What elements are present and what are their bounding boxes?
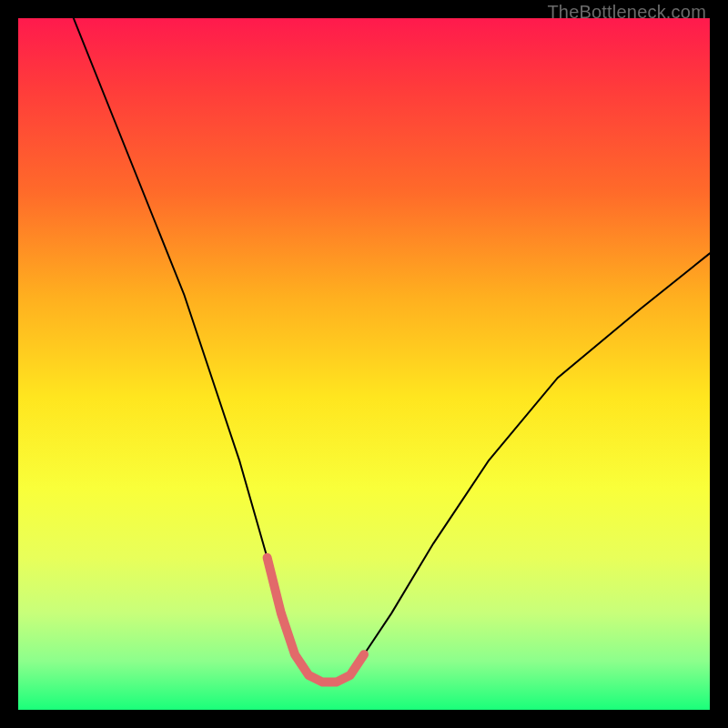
chart-frame: TheBottleneck.com <box>0 0 728 728</box>
bottleneck-curve <box>74 18 710 682</box>
minimum-highlight <box>268 558 364 682</box>
curve-svg <box>18 18 710 710</box>
plot-area <box>18 18 710 710</box>
